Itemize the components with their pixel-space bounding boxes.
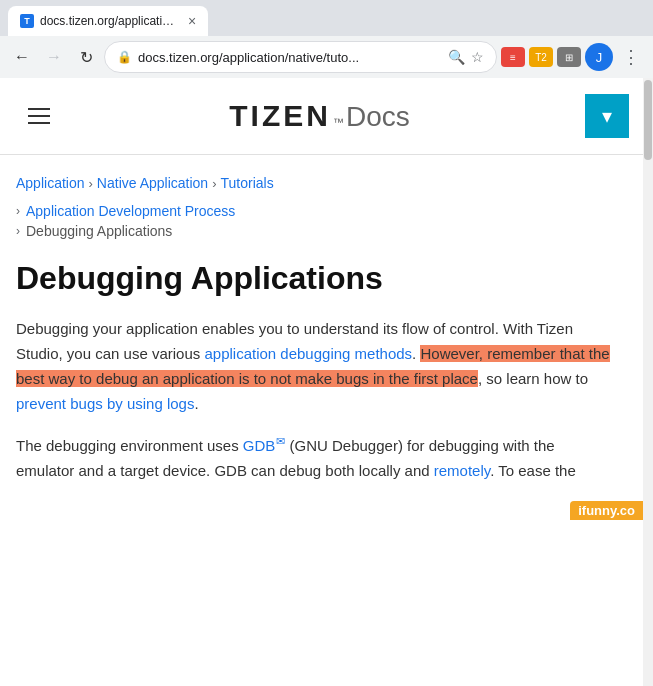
page-title: Debugging Applications — [16, 259, 613, 297]
back-button[interactable]: ← — [8, 43, 36, 71]
sub-nav-link-1[interactable]: Application Development Process — [26, 203, 235, 219]
hamburger-button[interactable] — [24, 104, 54, 128]
site-dropdown-button[interactable]: ▾ — [585, 94, 629, 138]
browser-toolbar: ← → ↻ 🔒 docs.tizen.org/application/nativ… — [0, 36, 653, 78]
close-tab-icon[interactable]: × — [188, 13, 196, 29]
p2-link-remotely[interactable]: remotely — [434, 462, 490, 479]
site-header: TIZEN ™ Docs ▾ — [0, 78, 653, 155]
browser-menu-button[interactable]: ⋮ — [617, 43, 645, 71]
site-logo: TIZEN ™ Docs — [229, 99, 409, 133]
p2-text-1: The debugging environment uses — [16, 437, 243, 454]
bookmark-star-icon[interactable]: ☆ — [471, 49, 484, 65]
docs-text: Docs — [346, 101, 410, 133]
sub-nav: › Application Development Process › Debu… — [16, 201, 613, 241]
sub-nav-chevron-2: › — [16, 224, 20, 238]
breadcrumb-separator-1: › — [89, 176, 93, 191]
browser-tab[interactable]: T docs.tizen.org/application/native/tuto… — [8, 6, 208, 36]
main-content: Application › Native Application › Tutor… — [0, 155, 653, 520]
extension-icon-1[interactable]: ≡ — [501, 47, 525, 67]
dropdown-arrow-icon: ▾ — [602, 104, 612, 128]
trademark-symbol: ™ — [333, 116, 344, 128]
scrollbar-thumb[interactable] — [644, 80, 652, 160]
browser-tabs-bar: T docs.tizen.org/application/native/tuto… — [0, 0, 653, 36]
breadcrumb: Application › Native Application › Tutor… — [16, 175, 613, 191]
p2-ext-icon: ✉ — [276, 435, 285, 447]
extension-icon-2[interactable]: T2 — [529, 47, 553, 67]
breadcrumb-link-tutorials[interactable]: Tutorials — [220, 175, 273, 191]
p2-text-3: . To ease the — [490, 462, 576, 479]
tab-title: docs.tizen.org/application/native/tuto..… — [40, 14, 180, 28]
scrollbar[interactable] — [643, 78, 653, 520]
p1-link-2[interactable]: prevent bugs by using logs — [16, 395, 194, 412]
p1-text-3: , so learn how to — [478, 370, 588, 387]
sub-nav-chevron-1: › — [16, 204, 20, 218]
p2-link-gdb[interactable]: GDB — [243, 437, 276, 454]
breadcrumb-link-native[interactable]: Native Application — [97, 175, 208, 191]
breadcrumb-link-application[interactable]: Application — [16, 175, 85, 191]
sub-nav-item-2: › Debugging Applications — [16, 221, 613, 241]
address-bar[interactable]: 🔒 docs.tizen.org/application/native/tuto… — [104, 41, 497, 73]
tab-favicon: T — [20, 14, 34, 28]
extension-icon-3[interactable]: ⊞ — [557, 47, 581, 67]
p1-text-4: . — [194, 395, 198, 412]
search-icon: 🔍 — [448, 49, 465, 65]
lock-icon: 🔒 — [117, 50, 132, 64]
sub-nav-item-1: › Application Development Process — [16, 201, 613, 221]
ifunny-watermark: ifunny.co — [570, 501, 643, 520]
hamburger-line-2 — [28, 115, 50, 117]
p1-link-1[interactable]: application debugging methods — [204, 345, 412, 362]
sub-nav-text-2: Debugging Applications — [26, 223, 172, 239]
tizen-brand-text: TIZEN — [229, 99, 331, 133]
forward-button[interactable]: → — [40, 43, 68, 71]
browser-chrome: T docs.tizen.org/application/native/tuto… — [0, 0, 653, 78]
hamburger-line-1 — [28, 108, 50, 110]
body-paragraph-1: Debugging your application enables you t… — [16, 317, 613, 416]
reload-button[interactable]: ↻ — [72, 43, 100, 71]
breadcrumb-separator-2: › — [212, 176, 216, 191]
hamburger-line-3 — [28, 122, 50, 124]
body-paragraph-2: The debugging environment uses GDB✉ (GNU… — [16, 432, 613, 484]
user-avatar-button[interactable]: J — [585, 43, 613, 71]
page-wrapper: TIZEN ™ Docs ▾ Application › Native Appl… — [0, 78, 653, 520]
url-text: docs.tizen.org/application/native/tuto..… — [138, 50, 442, 65]
